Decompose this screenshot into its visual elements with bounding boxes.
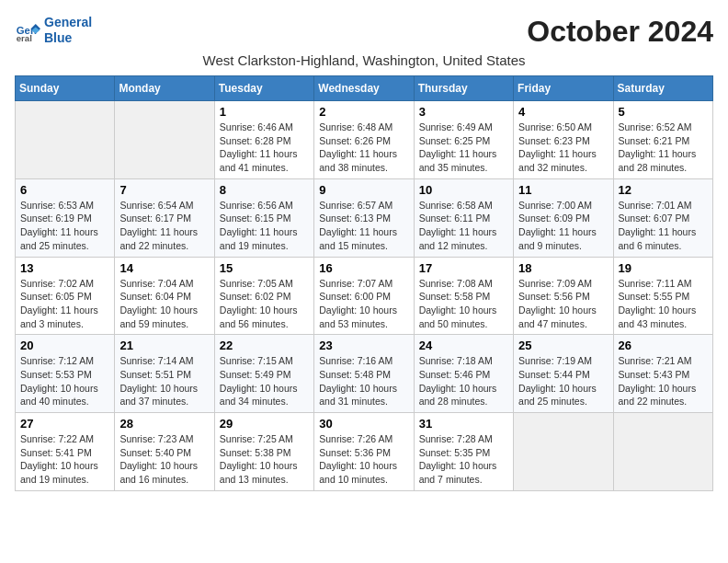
calendar-cell: 16Sunrise: 7:07 AM Sunset: 6:00 PM Dayli…: [314, 257, 414, 335]
day-info: Sunrise: 7:11 AM Sunset: 5:55 PM Dayligh…: [619, 277, 708, 331]
calendar-subtitle: West Clarkston-Highland, Washington, Uni…: [15, 52, 713, 68]
day-number: 13: [20, 261, 109, 275]
day-number: 22: [220, 339, 309, 352]
day-info: Sunrise: 7:28 AM Sunset: 5:35 PM Dayligh…: [419, 432, 508, 487]
day-info: Sunrise: 6:57 AM Sunset: 6:13 PM Dayligh…: [319, 199, 408, 253]
day-info: Sunrise: 7:16 AM Sunset: 5:48 PM Dayligh…: [319, 354, 408, 408]
day-info: Sunrise: 7:18 AM Sunset: 5:46 PM Dayligh…: [419, 354, 508, 408]
calendar-cell: 4Sunrise: 6:50 AM Sunset: 6:23 PM Daylig…: [514, 101, 613, 179]
header: Gen eral General Blue October 2024: [15, 15, 713, 49]
day-info: Sunrise: 7:04 AM Sunset: 6:04 PM Dayligh…: [119, 277, 209, 331]
day-number: 26: [619, 339, 708, 352]
logo-line2: Blue: [44, 30, 92, 46]
week-row-4: 20Sunrise: 7:12 AM Sunset: 5:53 PM Dayli…: [16, 335, 713, 413]
calendar-header: SundayMondayTuesdayWednesdayThursdayFrid…: [16, 76, 713, 101]
day-number: 1: [220, 105, 309, 119]
day-info: Sunrise: 7:14 AM Sunset: 5:51 PM Dayligh…: [119, 354, 209, 408]
day-number: 28: [119, 417, 209, 431]
weekday-header-tuesday: Tuesday: [214, 76, 313, 101]
day-number: 29: [220, 417, 309, 431]
day-number: 8: [220, 183, 309, 197]
week-row-2: 6Sunrise: 6:53 AM Sunset: 6:19 PM Daylig…: [16, 178, 713, 257]
day-info: Sunrise: 6:52 AM Sunset: 6:21 PM Dayligh…: [619, 121, 708, 175]
day-number: 30: [319, 417, 408, 431]
calendar-cell: 25Sunrise: 7:19 AM Sunset: 5:44 PM Dayli…: [514, 335, 613, 413]
day-number: 18: [518, 261, 608, 275]
calendar-cell: 10Sunrise: 6:58 AM Sunset: 6:11 PM Dayli…: [414, 178, 513, 257]
day-info: Sunrise: 6:58 AM Sunset: 6:11 PM Dayligh…: [419, 199, 508, 253]
day-info: Sunrise: 7:19 AM Sunset: 5:44 PM Dayligh…: [518, 354, 608, 408]
calendar-table: SundayMondayTuesdayWednesdayThursdayFrid…: [15, 75, 713, 491]
day-info: Sunrise: 7:12 AM Sunset: 5:53 PM Dayligh…: [20, 354, 109, 408]
day-number: 4: [518, 105, 608, 119]
day-number: 23: [319, 339, 408, 352]
logo-icon: Gen eral: [15, 17, 40, 43]
calendar-cell: 18Sunrise: 7:09 AM Sunset: 5:56 PM Dayli…: [514, 257, 613, 335]
weekday-header-friday: Friday: [514, 76, 613, 101]
day-number: 16: [319, 261, 408, 275]
calendar-cell: 8Sunrise: 6:56 AM Sunset: 6:15 PM Daylig…: [214, 178, 313, 257]
svg-text:eral: eral: [17, 33, 32, 43]
logo-line1: General: [44, 15, 92, 30]
day-info: Sunrise: 6:53 AM Sunset: 6:19 PM Dayligh…: [20, 199, 109, 253]
day-number: 7: [119, 183, 209, 197]
calendar-cell: 6Sunrise: 6:53 AM Sunset: 6:19 PM Daylig…: [16, 178, 115, 257]
calendar-cell: [613, 413, 712, 491]
day-info: Sunrise: 6:48 AM Sunset: 6:26 PM Dayligh…: [319, 121, 408, 175]
weekday-header-row: SundayMondayTuesdayWednesdayThursdayFrid…: [16, 76, 713, 101]
day-info: Sunrise: 6:46 AM Sunset: 6:28 PM Dayligh…: [220, 121, 309, 175]
day-number: 25: [518, 339, 608, 352]
day-info: Sunrise: 6:56 AM Sunset: 6:15 PM Dayligh…: [220, 199, 309, 253]
day-info: Sunrise: 7:15 AM Sunset: 5:49 PM Dayligh…: [220, 354, 309, 408]
day-info: Sunrise: 7:09 AM Sunset: 5:56 PM Dayligh…: [518, 277, 608, 331]
calendar-cell: 31Sunrise: 7:28 AM Sunset: 5:35 PM Dayli…: [414, 413, 513, 491]
calendar-cell: 12Sunrise: 7:01 AM Sunset: 6:07 PM Dayli…: [613, 178, 712, 257]
week-row-1: 1Sunrise: 6:46 AM Sunset: 6:28 PM Daylig…: [16, 101, 713, 179]
day-info: Sunrise: 6:54 AM Sunset: 6:17 PM Dayligh…: [119, 199, 209, 253]
day-number: 31: [419, 417, 508, 431]
calendar-cell: 17Sunrise: 7:08 AM Sunset: 5:58 PM Dayli…: [414, 257, 513, 335]
calendar-cell: 19Sunrise: 7:11 AM Sunset: 5:55 PM Dayli…: [613, 257, 712, 335]
weekday-header-wednesday: Wednesday: [314, 76, 414, 101]
calendar-cell: 5Sunrise: 6:52 AM Sunset: 6:21 PM Daylig…: [613, 101, 712, 179]
calendar-cell: 20Sunrise: 7:12 AM Sunset: 5:53 PM Dayli…: [16, 335, 115, 413]
calendar-cell: 29Sunrise: 7:25 AM Sunset: 5:38 PM Dayli…: [214, 413, 313, 491]
day-number: 2: [319, 105, 408, 119]
calendar-cell: 9Sunrise: 6:57 AM Sunset: 6:13 PM Daylig…: [314, 178, 414, 257]
calendar-cell: 22Sunrise: 7:15 AM Sunset: 5:49 PM Dayli…: [214, 335, 313, 413]
calendar-cell: 21Sunrise: 7:14 AM Sunset: 5:51 PM Dayli…: [115, 335, 214, 413]
day-info: Sunrise: 7:22 AM Sunset: 5:41 PM Dayligh…: [20, 432, 109, 487]
calendar-cell: 13Sunrise: 7:02 AM Sunset: 6:05 PM Dayli…: [16, 257, 115, 335]
day-number: 20: [20, 339, 109, 352]
day-info: Sunrise: 7:02 AM Sunset: 6:05 PM Dayligh…: [20, 277, 109, 331]
day-info: Sunrise: 7:00 AM Sunset: 6:09 PM Dayligh…: [518, 199, 608, 253]
calendar-cell: 30Sunrise: 7:26 AM Sunset: 5:36 PM Dayli…: [314, 413, 414, 491]
calendar-cell: 27Sunrise: 7:22 AM Sunset: 5:41 PM Dayli…: [16, 413, 115, 491]
calendar-cell: 24Sunrise: 7:18 AM Sunset: 5:46 PM Dayli…: [414, 335, 513, 413]
day-number: 27: [20, 417, 109, 431]
day-number: 14: [119, 261, 209, 275]
calendar-title: October 2024: [527, 15, 713, 49]
day-number: 21: [119, 339, 209, 352]
day-info: Sunrise: 7:21 AM Sunset: 5:43 PM Dayligh…: [619, 354, 708, 408]
day-number: 12: [619, 183, 708, 197]
day-info: Sunrise: 7:07 AM Sunset: 6:00 PM Dayligh…: [319, 277, 408, 331]
weekday-header-sunday: Sunday: [16, 76, 115, 101]
week-row-5: 27Sunrise: 7:22 AM Sunset: 5:41 PM Dayli…: [16, 413, 713, 491]
day-number: 3: [419, 105, 508, 119]
calendar-cell: [514, 413, 613, 491]
day-info: Sunrise: 7:23 AM Sunset: 5:40 PM Dayligh…: [119, 432, 209, 487]
day-number: 17: [419, 261, 508, 275]
weekday-header-saturday: Saturday: [613, 76, 712, 101]
calendar-cell: 14Sunrise: 7:04 AM Sunset: 6:04 PM Dayli…: [115, 257, 214, 335]
calendar-cell: 28Sunrise: 7:23 AM Sunset: 5:40 PM Dayli…: [115, 413, 214, 491]
day-number: 9: [319, 183, 408, 197]
calendar-cell: [115, 101, 214, 179]
calendar-cell: 26Sunrise: 7:21 AM Sunset: 5:43 PM Dayli…: [613, 335, 712, 413]
calendar-cell: 3Sunrise: 6:49 AM Sunset: 6:25 PM Daylig…: [414, 101, 513, 179]
day-info: Sunrise: 7:25 AM Sunset: 5:38 PM Dayligh…: [220, 432, 309, 487]
day-number: 5: [619, 105, 708, 119]
day-number: 10: [419, 183, 508, 197]
day-number: 19: [619, 261, 708, 275]
day-info: Sunrise: 6:49 AM Sunset: 6:25 PM Dayligh…: [419, 121, 508, 175]
